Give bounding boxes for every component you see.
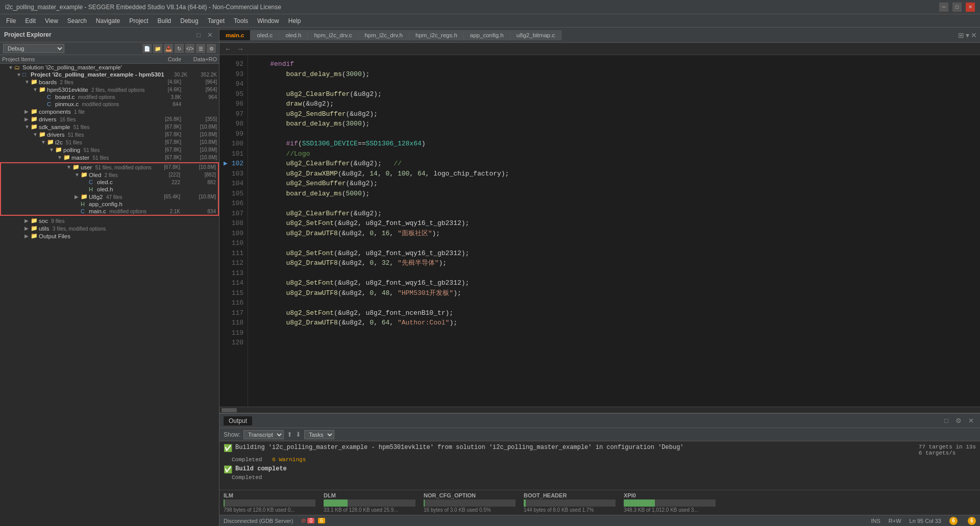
i2c-data: [10.8M] bbox=[183, 139, 219, 145]
output-maximize-button[interactable]: □ bbox=[941, 416, 951, 426]
pinmux-label: pinmux.c modified options bbox=[55, 101, 153, 107]
tab-hpm-i2c-drv-h[interactable]: hpm_i2c_drv.h bbox=[358, 30, 409, 40]
tasks-select[interactable]: Tasks bbox=[304, 430, 334, 439]
tree-boards[interactable]: ▼ 📁 boards 2 files [4.6K] [964] bbox=[0, 78, 219, 86]
main-c-icon: C bbox=[81, 208, 89, 214]
menu-build[interactable]: Build bbox=[154, 16, 176, 26]
build-line-1: ✅ Building 'i2c_polling_master_example -… bbox=[224, 443, 976, 457]
split-editor-button[interactable]: ⊞ bbox=[958, 31, 964, 39]
tree-polling[interactable]: ▼ 📁 polling 51 files [67.8K] [10.8M] bbox=[0, 146, 219, 154]
tree-i2c[interactable]: ▼ 📁 i2c 51 files [67.8K] [10.8M] bbox=[0, 138, 219, 146]
mem-nor-bar bbox=[424, 499, 516, 507]
mem-xpi0-bar bbox=[624, 499, 716, 507]
output-close-button[interactable]: ✕ bbox=[966, 416, 976, 426]
user-code: [67.8K] bbox=[152, 164, 182, 170]
tree-oled-h[interactable]: H oled.h bbox=[1, 186, 218, 193]
tree-master[interactable]: ▼ 📁 master 51 files [67.8K] [10.8M] bbox=[0, 154, 219, 161]
minimize-button[interactable]: ─ bbox=[939, 3, 948, 12]
tree-hpm5301evklite[interactable]: ▼ 📁 hpm5301evklite 2 files, modified opt… bbox=[0, 86, 219, 93]
status-bar: Disconnected (GDB Server) ⊘ 0 6 INS R+W … bbox=[219, 515, 980, 526]
output-scroll-up-button[interactable]: ⬆ bbox=[287, 431, 292, 438]
tab-app-config-h[interactable]: app_config.h bbox=[464, 30, 510, 40]
tab-dropdown-button[interactable]: ▾ bbox=[966, 31, 969, 39]
menu-file[interactable]: File bbox=[2, 16, 20, 26]
menu-target[interactable]: Target bbox=[204, 16, 229, 26]
disconnected-status: Disconnected (GDB Server) bbox=[224, 518, 293, 524]
maximize-button[interactable]: □ bbox=[952, 3, 962, 12]
maximize-panel-button[interactable]: □ bbox=[193, 30, 204, 40]
tree-u8g2[interactable]: ▶ 📁 U8g2 47 files [65.4K] [10.8M] bbox=[1, 193, 218, 201]
tree-utils[interactable]: ▶ 📁 utils 3 files, modified options bbox=[0, 224, 219, 232]
tree-drivers[interactable]: ▶ 📁 drivers 16 files [26.8K] [355] bbox=[0, 115, 219, 123]
navigate-back-button[interactable]: ← bbox=[224, 45, 233, 53]
horizontal-scrollbar[interactable] bbox=[219, 407, 980, 413]
menu-help[interactable]: Help bbox=[284, 16, 305, 26]
tree-soc[interactable]: ▶ 📁 soc 9 files bbox=[0, 217, 219, 224]
output-scroll-down-button[interactable]: ⬇ bbox=[296, 431, 301, 438]
tab-oled-c[interactable]: oled.c bbox=[251, 30, 279, 40]
code-view-button[interactable]: </> bbox=[185, 44, 194, 53]
output-tab[interactable]: Output bbox=[224, 416, 252, 425]
build-completed-line: Completed 6 Warnings bbox=[224, 457, 976, 463]
menu-debug[interactable]: Debug bbox=[176, 16, 202, 26]
menu-navigate[interactable]: Navigate bbox=[92, 16, 124, 26]
menu-window[interactable]: Window bbox=[253, 16, 283, 26]
tree-app-config[interactable]: H app_config.h bbox=[1, 201, 218, 208]
code-editor[interactable]: 9293949596 979899100101 ▶ 102103104105 1… bbox=[219, 55, 980, 407]
components-icon: 📁 bbox=[31, 108, 39, 115]
tree-output-files[interactable]: ▶ 📁 Output Files bbox=[0, 232, 219, 240]
mem-boot-label: BOOT_HEADER bbox=[524, 492, 616, 498]
menu-search[interactable]: Search bbox=[63, 16, 91, 26]
tree-project[interactable]: ▼ □ Project 'i2c_polling_master_example … bbox=[0, 71, 219, 78]
oled-h-label: oled.h bbox=[97, 186, 218, 192]
tree-user[interactable]: ▼ 📁 user 51 files, modified options [67.… bbox=[1, 163, 218, 171]
tab-main-c[interactable]: main.c bbox=[219, 30, 251, 40]
menu-bar: File Edit View Search Navigate Project B… bbox=[0, 14, 980, 28]
warning-count: 6 bbox=[318, 518, 325, 523]
menu-edit[interactable]: Edit bbox=[21, 16, 40, 26]
hpm-label: hpm5301evklite 2 files, modified options bbox=[47, 87, 153, 93]
i2c-icon: 📁 bbox=[47, 139, 55, 145]
arrow-oled: ▼ bbox=[75, 172, 81, 178]
tree-sdk-sample[interactable]: ▼ 📁 sdk_sample 51 files [67.8K] [10.8M] bbox=[0, 123, 219, 131]
menu-tools[interactable]: Tools bbox=[230, 16, 252, 26]
master-data: [10.8M] bbox=[183, 155, 219, 160]
menu-project[interactable]: Project bbox=[125, 16, 152, 26]
tree-components[interactable]: ▶ 📁 components 1 file bbox=[0, 108, 219, 115]
output-toolbar: Show: Transcript ⬆ ⬇ Tasks bbox=[219, 428, 980, 441]
tab-hpm-i2c-regs-h[interactable]: hpm_i2c_regs.h bbox=[409, 30, 464, 40]
title-bar: i2c_polling_master_example - SEGGER Embe… bbox=[0, 0, 980, 14]
badge-6-right-2: 6 bbox=[968, 517, 976, 525]
refresh-button[interactable]: ↻ bbox=[175, 44, 184, 53]
tab-u8g2-bitmap-c[interactable]: u8g2_bitmap.c bbox=[510, 30, 561, 40]
new-folder-button[interactable]: 📁 bbox=[153, 44, 162, 53]
tree-board-c[interactable]: C board.c modified options 3.8K 964 bbox=[0, 93, 219, 101]
tree-solution[interactable]: ▼ 🗂 Solution 'i2c_polling_master_example… bbox=[0, 64, 219, 71]
filter-button[interactable]: ☰ bbox=[196, 44, 205, 53]
tree-drivers-51[interactable]: ▼ 📁 drivers 51 files [67.8K] [10.8M] bbox=[0, 131, 219, 138]
tree-oled-folder[interactable]: ▼ 📁 Oled 2 files [222] [882] bbox=[1, 171, 218, 179]
close-editor-button[interactable]: ✕ bbox=[971, 31, 977, 39]
tree-oled-c[interactable]: C oled.c 222 882 bbox=[1, 179, 218, 186]
tab-oled-h[interactable]: oled.h bbox=[279, 30, 308, 40]
tree-main-c[interactable]: C main.c modified options 2.1K 834 bbox=[1, 208, 218, 215]
menu-view[interactable]: View bbox=[41, 16, 62, 26]
tab-hpm-i2c-drv-c[interactable]: hpm_i2c_drv.c bbox=[308, 30, 358, 40]
debug-select[interactable]: Debug bbox=[3, 44, 64, 53]
navigate-forward-button[interactable]: → bbox=[236, 45, 245, 53]
close-panel-button[interactable]: ✕ bbox=[205, 30, 215, 40]
build-warnings-text: 6 Warnings bbox=[272, 457, 306, 463]
new-file-button[interactable]: 📄 bbox=[142, 44, 152, 53]
show-label: Show: bbox=[224, 431, 240, 438]
mem-xpi0-desc: 348.3 KB of 1,012.0 KB used 3... bbox=[624, 507, 716, 513]
output-settings-button[interactable]: ⚙ bbox=[953, 416, 964, 426]
transcript-select[interactable]: Transcript bbox=[243, 430, 284, 439]
main-c-data: 834 bbox=[182, 209, 218, 214]
import-button[interactable]: 📥 bbox=[164, 44, 173, 53]
code-content[interactable]: #endif board_delay_ms(3000); u8g2_ClearB… bbox=[248, 55, 980, 407]
boards-data: [964] bbox=[183, 79, 219, 85]
tree-pinmux-c[interactable]: C pinmux.c modified options 844 bbox=[0, 101, 219, 108]
close-button[interactable]: ✕ bbox=[966, 3, 975, 12]
settings-button[interactable]: ⚙ bbox=[207, 44, 216, 53]
mem-dlm-label: DLM bbox=[324, 492, 415, 498]
